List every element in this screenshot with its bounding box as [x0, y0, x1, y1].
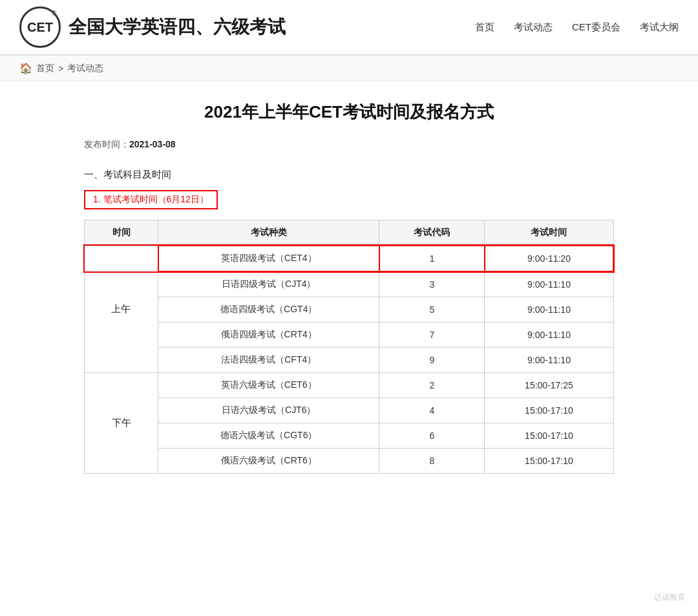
exam-name: 日语六级考试（CJT6）	[158, 398, 379, 423]
col-type: 考试种类	[158, 220, 379, 246]
col-time: 时间	[85, 220, 158, 246]
exam-code: 9	[379, 348, 485, 373]
nav-committee[interactable]: CET委员会	[572, 19, 620, 36]
publish-date: 2021-03-08	[129, 139, 176, 149]
exam-name: 英语六级考试（CET6）	[158, 373, 379, 398]
breadcrumb: 🏠 首页 > 考试动态	[0, 56, 698, 81]
table-header-row: 时间 考试种类 考试代码 考试时间	[85, 220, 614, 246]
table-row: 日语六级考试（CJT6）415:00-17:10	[85, 398, 614, 423]
nav-home[interactable]: 首页	[475, 19, 494, 36]
col-duration: 考试时间	[485, 220, 613, 246]
table-row: 下午英语六级考试（CET6）215:00-17:25	[85, 373, 614, 398]
exam-code: 7	[379, 323, 485, 348]
cet-logo: CET	[19, 6, 61, 48]
exam-code: 8	[379, 449, 485, 474]
section1-title: 一、考试科目及时间	[84, 169, 614, 181]
site-header: CET 全国大学英语四、六级考试 首页 考试动态 CET委员会 考试大纲	[0, 0, 698, 56]
exam-code: 2	[379, 373, 485, 398]
exam-time: 15:00-17:10	[485, 449, 613, 474]
breadcrumb-home[interactable]: 首页	[36, 63, 54, 74]
publish-time: 发布时间：2021-03-08	[84, 139, 614, 151]
exam-name: 英语四级考试（CET4）	[158, 246, 379, 271]
table-row: 上午英语四级考试（CET4）19:00-11:20	[85, 246, 614, 271]
exam-code: 3	[379, 271, 485, 297]
table-row: 日语四级考试（CJT4）39:00-11:10	[85, 271, 614, 297]
main-content: 2021年上半年CET考试时间及报名方式 发布时间：2021-03-08 一、考…	[58, 81, 640, 513]
exam-code: 4	[379, 398, 485, 423]
period-cell: 上午	[85, 246, 158, 373]
site-title: 全国大学英语四、六级考试	[69, 15, 286, 39]
breadcrumb-separator: >	[58, 63, 63, 74]
exam-name: 德语六级考试（CGT6）	[158, 423, 379, 449]
exam-time: 15:00-17:10	[485, 398, 613, 423]
nav-syllabus[interactable]: 考试大纲	[640, 19, 679, 36]
period-cell: 下午	[85, 373, 158, 474]
exam-time: 15:00-17:25	[485, 373, 613, 398]
logo-text: CET	[27, 20, 53, 35]
nav-bar: 首页 考试动态 CET委员会 考试大纲	[475, 19, 679, 36]
exam-time: 9:00-11:10	[485, 323, 613, 348]
exam-time: 9:00-11:10	[485, 348, 613, 373]
publish-label: 发布时间：	[84, 139, 129, 149]
table-row: 德语四级考试（CGT4）59:00-11:10	[85, 297, 614, 323]
logo-area: CET 全国大学英语四、六级考试	[19, 6, 475, 48]
table-row: 俄语六级考试（CRT6）815:00-17:10	[85, 449, 614, 474]
table-row: 德语六级考试（CGT6）615:00-17:10	[85, 423, 614, 449]
exam-name: 法语四级考试（CFT4）	[158, 348, 379, 373]
exam-code: 1	[379, 246, 485, 271]
exam-time: 9:00-11:10	[485, 297, 613, 323]
exam-name: 德语四级考试（CGT4）	[158, 297, 379, 323]
breadcrumb-current: 考试动态	[67, 63, 103, 74]
exam-code: 5	[379, 297, 485, 323]
home-icon: 🏠	[19, 62, 32, 74]
article-title: 2021年上半年CET考试时间及报名方式	[84, 101, 614, 123]
exam-time: 9:00-11:20	[485, 246, 613, 271]
exam-table: 时间 考试种类 考试代码 考试时间 上午英语四级考试（CET4）19:00-11…	[84, 220, 614, 474]
col-code: 考试代码	[379, 220, 485, 246]
table-row: 俄语四级考试（CRT4）79:00-11:10	[85, 323, 614, 348]
exam-code: 6	[379, 423, 485, 449]
exam-time: 15:00-17:10	[485, 423, 613, 449]
table-row: 法语四级考试（CFT4）99:00-11:10	[85, 348, 614, 373]
exam-name: 俄语六级考试（CRT6）	[158, 449, 379, 474]
exam-date-label: 1. 笔试考试时间（6月12日）	[84, 190, 218, 209]
exam-name: 日语四级考试（CJT4）	[158, 271, 379, 297]
exam-name: 俄语四级考试（CRT4）	[158, 323, 379, 348]
nav-news[interactable]: 考试动态	[514, 19, 553, 36]
exam-time: 9:00-11:10	[485, 271, 613, 297]
